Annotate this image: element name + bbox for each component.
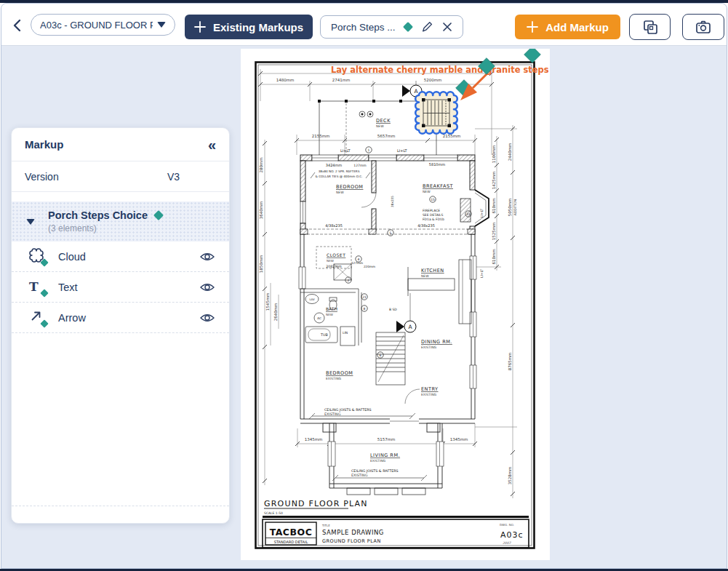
- svg-text:4: 4: [358, 257, 360, 261]
- sheet-page[interactable]: 1480mm 2741mm 5200mm 2155mm 5657mm 2155m…: [241, 49, 550, 560]
- svg-text:DWG. NO.: DWG. NO.: [500, 523, 514, 527]
- svg-text:4/38x235: 4/38x235: [325, 223, 343, 228]
- markup-group-row[interactable]: Porch Steps Choice (3 elements): [12, 201, 229, 241]
- version-row: Version V3: [12, 161, 229, 192]
- svg-text:2640mm: 2640mm: [273, 303, 278, 322]
- svg-text:A: A: [408, 324, 412, 330]
- svg-text:STANDARD DETAIL: STANDARD DETAIL: [274, 540, 308, 544]
- svg-text:EXISTING: EXISTING: [351, 474, 368, 477]
- svg-text:3424mm: 3424mm: [326, 163, 343, 167]
- version-value: V3: [167, 171, 180, 183]
- markup-tab[interactable]: Porch Steps ...: [320, 15, 463, 39]
- svg-text:5200mm: 5200mm: [424, 78, 442, 82]
- svg-text:2741mm: 2741mm: [332, 78, 351, 82]
- visibility-eye-icon[interactable]: [200, 313, 215, 323]
- back-button[interactable]: [10, 17, 26, 33]
- svg-text:1100mm: 1100mm: [492, 145, 496, 164]
- svg-text:3640mm: 3640mm: [259, 201, 263, 220]
- svg-text:LI+LT: LI+LT: [480, 209, 484, 217]
- visibility-eye-icon[interactable]: [200, 282, 215, 292]
- markup-group-count: (3 elements): [48, 223, 162, 233]
- drawing-canvas[interactable]: 1480mm 2741mm 5200mm 2155mm 5657mm 2155m…: [1, 46, 727, 569]
- svg-text:1345mm: 1345mm: [450, 437, 468, 442]
- visibility-eye-icon[interactable]: [200, 252, 215, 262]
- panel-footer: [12, 506, 229, 523]
- svg-text:LIN: LIN: [343, 331, 348, 335]
- svg-text:SEE DETAILS: SEE DETAILS: [423, 213, 444, 217]
- compare-sheets-button[interactable]: [629, 14, 671, 40]
- arrow-icon: [29, 309, 48, 327]
- svg-text:BREAKFAST: BREAKFAST: [423, 183, 453, 189]
- element-label: Cloud: [58, 251, 200, 263]
- window-top-edge: [0, 0, 728, 3]
- svg-text:4/38x235: 4/38x235: [417, 223, 435, 228]
- svg-text:KITCHEN: KITCHEN: [421, 268, 444, 273]
- element-label: Text: [58, 281, 200, 293]
- dimension-labels: 1480mm 2741mm 5200mm 2155mm 5657mm 2155m…: [259, 78, 517, 484]
- svg-text:DINING RM.: DINING RM.: [421, 339, 452, 345]
- close-icon[interactable]: [442, 22, 452, 32]
- svg-text:EXISTING: EXISTING: [421, 393, 437, 396]
- expander-triangle-icon[interactable]: [26, 219, 35, 225]
- svg-text:AC: AC: [317, 316, 321, 320]
- svg-text:A: A: [414, 88, 418, 95]
- svg-text:LI+LT: LI+LT: [480, 269, 484, 278]
- svg-text:5050mm: 5050mm: [508, 199, 512, 217]
- sheet-selector-value: A03c - GROUND FLOOR PLA: [40, 20, 153, 31]
- svg-text:1425mm: 1425mm: [492, 172, 496, 190]
- snapshot-button[interactable]: [682, 14, 724, 40]
- svg-text:EXISTING: EXISTING: [421, 346, 437, 349]
- edit-pencil-icon[interactable]: [420, 20, 433, 33]
- svg-text:5157mm: 5157mm: [377, 437, 396, 442]
- collapse-panel-button[interactable]: «: [208, 137, 216, 152]
- svg-text:1: 1: [368, 148, 370, 152]
- text-markup[interactable]: Lay alternate cherry marble and granite …: [331, 65, 549, 75]
- element-row-arrow[interactable]: Arrow: [12, 303, 229, 333]
- markup-panel-header: Markup «: [12, 128, 229, 161]
- svg-text:SCALE 1:50: SCALE 1:50: [264, 511, 283, 515]
- svg-text:ENTRY: ENTRY: [421, 386, 439, 392]
- svg-text:SAMPLE DRAWING: SAMPLE DRAWING: [322, 529, 384, 536]
- svg-text:2155mm: 2155mm: [312, 134, 330, 138]
- svg-text:2440mm: 2440mm: [508, 143, 512, 161]
- svg-text:GROUND FLOOR PLAN: GROUND FLOOR PLAN: [264, 499, 368, 508]
- add-markup-button[interactable]: Add Markup: [515, 15, 620, 39]
- existing-markups-button[interactable]: Existing Markups: [185, 15, 313, 39]
- svg-text:CEILING JOISTS & RAFTERS: CEILING JOISTS & RAFTERS: [324, 408, 372, 412]
- svg-text:NEW: NEW: [326, 313, 333, 316]
- element-label: Arrow: [58, 312, 200, 324]
- app-window: A03c - GROUND FLOOR PLA Existing Markups…: [1, 3, 727, 569]
- svg-text:NEW: NEW: [327, 259, 334, 263]
- svg-text:2082mm: 2082mm: [326, 265, 342, 268]
- svg-text:2007: 2007: [503, 541, 512, 545]
- markup-panel: Markup « Version V3 Porch Steps Choice (…: [11, 127, 230, 524]
- svg-text:1480mm: 1480mm: [276, 78, 295, 82]
- svg-text:5657mm: 5657mm: [377, 134, 396, 138]
- diamond-icon: [153, 210, 164, 220]
- plus-icon: [194, 21, 206, 33]
- overlapping-sheets-icon: [641, 18, 659, 36]
- svg-text:EXISTING: EXISTING: [370, 459, 386, 463]
- selection-handle[interactable]: [524, 49, 541, 63]
- chevron-left-icon: [10, 17, 26, 33]
- svg-text:LAV: LAV: [309, 298, 315, 301]
- svg-text:8765mm: 8765mm: [508, 353, 512, 371]
- svg-text:610mm: 610mm: [492, 249, 496, 264]
- element-row-text[interactable]: T Text: [12, 272, 229, 303]
- svg-text:1525mm: 1525mm: [492, 223, 496, 241]
- svg-text:GROUND FLOOR PLAN: GROUND FLOOR PLAN: [322, 538, 381, 544]
- svg-text:38x84 NO. 2 SPR. RAFTERS: 38x84 NO. 2 SPR. RAFTERS: [319, 169, 360, 173]
- svg-text:B SD: B SD: [389, 308, 397, 311]
- svg-text:15: 15: [431, 198, 435, 201]
- panel-empty-area: [12, 333, 229, 506]
- svg-text:NEW: NEW: [423, 190, 431, 193]
- svg-text:6: 6: [380, 354, 382, 357]
- svg-text:& COLLAR TIES @ 400mm O.C.: & COLLAR TIES @ 400mm O.C.: [316, 175, 363, 178]
- svg-text:2: 2: [348, 279, 350, 282]
- svg-text:CEILING JOISTS & RAFTERS: CEILING JOISTS & RAFTERS: [351, 469, 399, 473]
- element-row-cloud[interactable]: Cloud: [12, 241, 229, 272]
- sheet-selector-dropdown[interactable]: A03c - GROUND FLOOR PLA: [31, 14, 175, 36]
- svg-text:LIVING RM.: LIVING RM.: [370, 452, 400, 458]
- svg-text:CLOSET: CLOSET: [327, 252, 345, 257]
- cloud-markup[interactable]: [415, 92, 457, 134]
